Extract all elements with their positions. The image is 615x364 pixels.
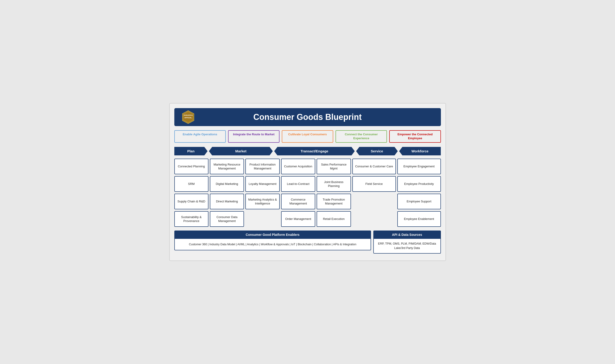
list-item: Product Information Management: [245, 159, 279, 174]
svg-text:OFFICIAL: OFFICIAL: [184, 117, 192, 118]
strategy-banner-2: Integrate the Route to Market: [228, 130, 279, 143]
list-item: Supply Chain & R&D: [174, 194, 209, 209]
list-item-empty: [352, 211, 396, 227]
phase-workforce: Workforce: [399, 147, 441, 155]
list-item: Consumer Data Management: [210, 211, 244, 227]
list-item: Connected Planning: [174, 159, 209, 174]
list-item: Sustainability & Provenance: [174, 211, 209, 227]
phase-service: Service: [356, 147, 398, 155]
header-section: Industries OFFICIAL Consumer Goods Bluep…: [174, 108, 441, 126]
list-item: Order Management: [281, 211, 315, 227]
list-item: Employee Engagement: [397, 159, 441, 174]
phase-row: Plan Market Transact/Engage Service Work…: [174, 147, 441, 155]
col-workforce: Employee Engagement Employee Productivit…: [397, 159, 441, 227]
main-title: Consumer Goods Blueprint: [253, 112, 362, 122]
list-item: Lead-to-Contract: [281, 176, 315, 192]
list-item: Customer Acquisition: [281, 159, 315, 174]
col-service: Consumer & Customer Care Field Service: [352, 159, 396, 227]
col-market1: Marketing Resource Management Digital Ma…: [210, 159, 244, 227]
bottom-row: Consumer Good Platform Enablers Customer…: [174, 231, 441, 254]
strategy-banner-1: Enable Agile Operations: [174, 130, 226, 143]
col-transact2: Sales Performance Mgmt Joint Business Pl…: [317, 159, 351, 227]
list-item: Marketing Resource Management: [210, 159, 244, 174]
col-plan: Connected Planning SRM Supply Chain & R&…: [174, 159, 209, 227]
col-market2: Product Information Management Loyalty M…: [245, 159, 279, 227]
api-header: API & Data Sources: [373, 231, 441, 239]
api-content: ERP, TPM, OMS, PLM, PIM/DAM; EDW/Data La…: [373, 239, 441, 254]
list-item: Direct Marketing: [210, 194, 244, 209]
platform-header: Consumer Good Platform Enablers: [174, 231, 371, 239]
strategy-row: Enable Agile Operations Integrate the Ro…: [174, 130, 441, 143]
list-item: Marketing Analytics & Intelligence: [245, 194, 279, 209]
list-item: Employee Productivity: [397, 176, 441, 192]
phase-market: Market: [209, 147, 273, 155]
col-transact1: Customer Acquisition Lead-to-Contract Co…: [281, 159, 315, 227]
list-item: Commerce Management: [281, 194, 315, 209]
list-item: Retail Execution: [317, 211, 351, 227]
strategy-banner-5: Empower the Connected Employee: [389, 130, 441, 143]
strategy-banner-3: Cultivate Loyal Consumers: [282, 130, 333, 143]
strategy-banner-4: Connect the Consumer Experience: [336, 130, 387, 143]
list-item-empty: [245, 211, 279, 227]
list-item: SRM: [174, 176, 209, 192]
list-item: Trade Promotion Management: [317, 194, 351, 209]
api-section: API & Data Sources ERP, TPM, OMS, PLM, P…: [373, 231, 441, 254]
blueprint-container: Industries OFFICIAL Consumer Goods Bluep…: [169, 103, 446, 261]
phase-plan: Plan: [174, 147, 208, 155]
list-item: Employee Support: [397, 194, 441, 209]
list-item: Digital Marketing: [210, 176, 244, 192]
list-item: Joint Business Planning: [317, 176, 351, 192]
list-item: Employee Enablement: [397, 211, 441, 227]
list-item: Sales Performance Mgmt: [317, 159, 351, 174]
list-item: Field Service: [352, 176, 396, 192]
platform-section: Consumer Good Platform Enablers Customer…: [174, 231, 371, 254]
phase-transact: Transact/Engage: [274, 147, 355, 155]
list-item: Loyalty Management: [245, 176, 279, 192]
badge: Industries OFFICIAL: [181, 110, 195, 124]
list-item: Consumer & Customer Care: [352, 159, 396, 174]
main-grid: Connected Planning SRM Supply Chain & R&…: [174, 159, 441, 227]
list-item-empty: [352, 194, 396, 209]
svg-text:Industries: Industries: [183, 114, 193, 116]
platform-content: Customer 360 | Industry Data Model | AI/…: [174, 239, 371, 250]
